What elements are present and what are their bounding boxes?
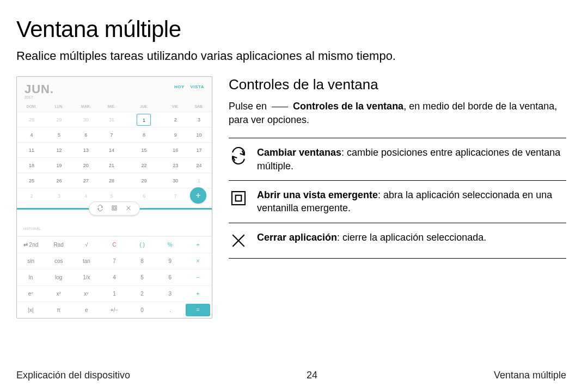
calendar-cell[interactable]: 22: [123, 158, 165, 173]
calc-key[interactable]: .: [156, 302, 184, 318]
leader-line-icon: [272, 107, 288, 107]
calc-key[interactable]: ( ): [128, 236, 156, 253]
svg-rect-1: [113, 207, 115, 209]
calendar-cell[interactable]: 30: [72, 112, 100, 127]
calendar-cell[interactable]: 29: [46, 112, 72, 127]
calc-key[interactable]: x²: [45, 285, 72, 302]
calendar-pane: JUN. 2017 HOY VISTA DOM.LUN.MAR.MIÉ.JUE.…: [17, 77, 212, 208]
window-controls-pill[interactable]: [89, 201, 140, 216]
calendar-cell[interactable]: 20: [72, 158, 100, 173]
calc-key[interactable]: 3: [156, 285, 184, 302]
calendar-cell[interactable]: 5: [46, 127, 72, 143]
calc-key[interactable]: 7: [100, 253, 128, 269]
calc-key[interactable]: 8: [128, 253, 156, 269]
calendar-cell[interactable]: 29: [123, 173, 165, 188]
calendar-dow: LUN.: [46, 101, 72, 112]
calc-key[interactable]: 4: [100, 269, 128, 285]
multiwindow-divider[interactable]: [17, 208, 212, 210]
calc-key[interactable]: ln: [17, 269, 45, 285]
calendar-cell[interactable]: 3: [46, 188, 72, 204]
calendar-cell[interactable]: 30: [165, 173, 186, 188]
calendar-cell[interactable]: 12: [46, 143, 72, 158]
calendar-cell[interactable]: 6: [72, 127, 100, 143]
calc-key[interactable]: ⇄ 2nd: [17, 236, 45, 253]
calc-key[interactable]: |x|: [17, 302, 45, 318]
calendar-cell[interactable]: 9: [165, 127, 186, 143]
calc-key[interactable]: +: [184, 285, 212, 302]
calc-key[interactable]: =: [186, 303, 210, 316]
calc-key[interactable]: C: [100, 236, 128, 253]
section-intro: Pulse en Controles de la ventana, en med…: [229, 100, 566, 127]
close-app-icon: [229, 231, 248, 250]
calendar-cell[interactable]: 19: [46, 158, 72, 173]
calculator-pane: HISTORIAL ⇄ 2ndRad√C( )%÷sincostan789×ln…: [17, 210, 212, 318]
calc-key[interactable]: cos: [45, 253, 72, 269]
footer-left: Explicación del dispositivo: [16, 370, 130, 381]
calendar-add-button[interactable]: +: [190, 187, 206, 204]
calendar-top-links: HOY VISTA: [170, 84, 204, 89]
calc-key[interactable]: xʸ: [72, 285, 100, 302]
calc-key[interactable]: Rad: [45, 236, 72, 253]
calc-key[interactable]: eˣ: [17, 285, 45, 302]
calendar-cell[interactable]: 25: [17, 173, 46, 188]
calendar-cell[interactable]: 14: [100, 143, 123, 158]
calendar-cell[interactable]: 1: [123, 112, 165, 127]
calendar-cell[interactable]: 2: [17, 188, 46, 204]
calc-key[interactable]: 2: [128, 285, 156, 302]
calendar-cell[interactable]: 17: [186, 143, 212, 158]
calc-key[interactable]: 6: [156, 269, 184, 285]
text-column: Controles de la ventana Pulse en Control…: [229, 76, 566, 318]
calendar-cell[interactable]: 27: [72, 173, 100, 188]
calc-key[interactable]: 1/x: [72, 269, 100, 285]
calc-key[interactable]: +/−: [100, 302, 128, 318]
calendar-cell[interactable]: 11: [17, 143, 46, 158]
swap-windows-icon[interactable]: [97, 205, 103, 212]
calc-key[interactable]: √: [72, 236, 100, 253]
calc-key[interactable]: 1: [100, 285, 128, 302]
calc-key[interactable]: e: [72, 302, 100, 318]
calc-key[interactable]: 0: [128, 302, 156, 318]
calendar-today-link[interactable]: HOY: [174, 84, 185, 89]
calendar-cell[interactable]: 7: [100, 127, 123, 143]
calendar-cell[interactable]: 26: [46, 173, 72, 188]
calendar-cell[interactable]: 21: [100, 158, 123, 173]
popup-view-icon[interactable]: [111, 205, 118, 212]
calendar-cell[interactable]: 13: [72, 143, 100, 158]
calendar-cell[interactable]: 23: [165, 158, 186, 173]
calc-key[interactable]: 5: [128, 269, 156, 285]
calendar-cell[interactable]: 2: [165, 112, 186, 127]
calendar-dow: DOM.: [17, 101, 46, 112]
calendar-cell[interactable]: 18: [17, 158, 46, 173]
control-item-close: Cerrar aplicación: cierre la aplicación …: [229, 223, 566, 259]
calendar-dow: MAR.: [72, 101, 100, 112]
calendar-cell[interactable]: 15: [123, 143, 165, 158]
calc-key[interactable]: log: [45, 269, 72, 285]
calc-key[interactable]: ÷: [184, 236, 212, 253]
calc-key[interactable]: tan: [72, 253, 100, 269]
calc-key[interactable]: 9: [156, 253, 184, 269]
calendar-cell[interactable]: 28: [100, 173, 123, 188]
calendar-cell[interactable]: 31: [100, 112, 123, 127]
device-screenshot: JUN. 2017 HOY VISTA DOM.LUN.MAR.MIÉ.JUE.…: [16, 76, 212, 318]
calendar-dow: VIE.: [165, 101, 186, 112]
calendar-cell[interactable]: 4: [17, 127, 46, 143]
calc-key[interactable]: %: [156, 236, 184, 253]
svg-rect-5: [236, 195, 242, 201]
calc-key[interactable]: π: [45, 302, 72, 318]
calendar-cell[interactable]: 24: [186, 158, 212, 173]
calendar-cell[interactable]: 10: [186, 127, 212, 143]
calendar-cell[interactable]: 1: [186, 173, 212, 188]
close-app-icon[interactable]: [125, 205, 132, 212]
calendar-cell[interactable]: 28: [17, 112, 46, 127]
calendar-cell[interactable]: 16: [165, 143, 186, 158]
calendar-cell[interactable]: 8: [123, 127, 165, 143]
calc-key[interactable]: sin: [17, 253, 45, 269]
page-footer: Explicación del dispositivo 24 Ventana m…: [16, 370, 566, 381]
calendar-cell[interactable]: 7: [165, 188, 186, 204]
calendar-view-link[interactable]: VISTA: [191, 84, 204, 89]
calendar-dow: JUE.: [123, 101, 165, 112]
calendar-cell[interactable]: 3: [186, 112, 212, 127]
calendar-dow: MIÉ.: [100, 101, 123, 112]
calc-key[interactable]: ×: [184, 253, 212, 269]
calc-key[interactable]: −: [184, 269, 212, 285]
